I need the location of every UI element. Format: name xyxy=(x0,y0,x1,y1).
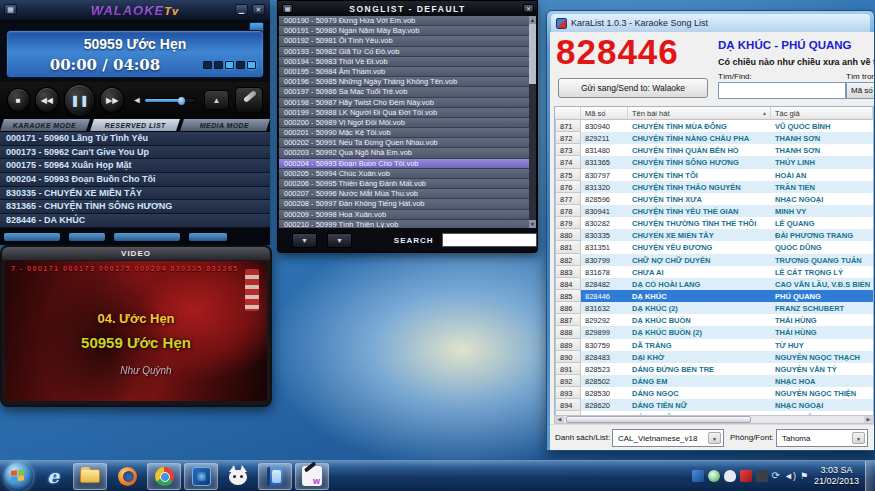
song-table-row[interactable]: 891 828523 DÁNG ĐỨNG BẾN TRE NGUYỄN VĂN … xyxy=(555,363,873,375)
songlist-scrollbar[interactable]: ▲ ▼ xyxy=(529,16,536,228)
player-titlebar[interactable]: WALAOKETv xyxy=(0,0,270,20)
search-input[interactable] xyxy=(442,233,537,247)
songlist-row[interactable]: 000190 - 50979 Đừng Hứa Với Em.vob xyxy=(279,16,529,26)
send-to-walaoke-button[interactable]: Gửi sang/Send to: Walaoke xyxy=(558,78,708,98)
player-footer-button[interactable] xyxy=(4,233,60,241)
songlist-titlebar[interactable]: SONGLIST - DEFAULT xyxy=(278,1,537,16)
taskbar-karaoke-app[interactable] xyxy=(184,463,218,490)
song-table-row[interactable]: 881 831351 CHUYỆN YÊU ĐƯƠNG QUỐC DŨNG xyxy=(555,241,873,253)
song-table-row[interactable]: 894 828620 DÁNG TIÊN NỮ NHẠC NGOẠI xyxy=(555,399,873,411)
song-table-row[interactable]: 872 829211 CHUYỆN TÌNH NÀNG CHÂU PHA THA… xyxy=(555,132,873,144)
reserved-song-row[interactable]: 830335 - CHUYẾN XE MIỀN TÂY xyxy=(0,187,270,201)
reserved-song-row[interactable]: 000175 - 50964 Xuân Họp Mặt xyxy=(0,159,270,173)
close-icon[interactable]: ✕ xyxy=(252,4,265,15)
column-rowno[interactable] xyxy=(555,107,581,119)
reserved-song-row[interactable]: 831365 - CHUYỆN TÌNH SÔNG HƯƠNG xyxy=(0,200,270,214)
scrollbar-thumb[interactable] xyxy=(529,24,536,84)
songlist-row[interactable]: 000205 - 50994 Chúc Xuân.vob xyxy=(279,169,529,179)
song-table-row[interactable]: 885 828446 DẠ KHÚC PHÚ QUANG xyxy=(555,290,873,302)
column-author[interactable]: Tác giả xyxy=(771,107,873,119)
song-table-row[interactable]: 889 830759 DÃ TRÀNG TỪ HUY xyxy=(555,339,873,351)
column-code[interactable]: Mã số xyxy=(581,107,628,119)
songlist-row[interactable]: 000197 - 50986 Sa Mạc Tuổi Trẻ.vob xyxy=(279,87,529,97)
player-mode-tab[interactable]: RESERVED LIST xyxy=(90,119,180,131)
songlist-row[interactable]: 000198 - 50987 Hãy Twist Cho Đêm Này.vob xyxy=(279,98,529,108)
pause-button[interactable]: ❚❚ xyxy=(64,84,95,117)
song-table-row[interactable]: 882 830799 CHỮ NỢ CHỮ DUYÊN TRƯƠNG QUANG… xyxy=(555,254,873,266)
player-footer-button[interactable] xyxy=(114,233,180,241)
forward-button[interactable]: ▶▶ xyxy=(100,87,124,113)
player-footer-button[interactable] xyxy=(69,233,105,241)
song-table-row[interactable]: 873 831480 CHUYỆN TÌNH QUÁN BÊN HỒ THANH… xyxy=(555,144,873,156)
tray-volume-icon[interactable]: ◄) xyxy=(784,470,796,482)
scroll-down-icon[interactable]: ▼ xyxy=(529,220,536,228)
taskbar-internet-explorer[interactable]: e xyxy=(36,463,70,490)
song-table-row[interactable]: 893 828530 DÁNG NGỌC NGUYỄN NGỌC THIỆN xyxy=(555,387,873,399)
songlist-menu-button[interactable]: ▦ xyxy=(282,4,293,13)
start-button[interactable] xyxy=(4,462,33,491)
find-in-dropdown[interactable]: Mã số xyxy=(846,82,875,99)
minimize-icon[interactable]: ▁ xyxy=(235,4,248,15)
taskbar-chrome[interactable] xyxy=(147,463,181,490)
songlist-row[interactable]: 000202 - 50991 Nếu Ta Đừng Quen Nhau.vob xyxy=(279,138,529,148)
font-dropdown[interactable]: Tahoma▼ xyxy=(776,429,868,447)
player-menu-button[interactable]: ▦ xyxy=(4,4,17,15)
songlist-row[interactable]: 000210 - 50999 Tình Thiên Lý.vob xyxy=(279,220,529,228)
taskbar-address-book[interactable] xyxy=(258,463,292,490)
song-table-row[interactable]: 871 830940 CHUYỆN TÌNH MÙA ĐÔNG VŨ QUỐC … xyxy=(555,120,873,132)
song-table-row[interactable]: 877 828596 CHUYỆN TÌNH XƯA NHẠC NGOẠI xyxy=(555,193,873,205)
player-mode-tab[interactable]: KARAOKE MODE xyxy=(0,119,90,131)
songlist-row[interactable]: 000192 - 50981 Ôi Tình Yêu.vob xyxy=(279,36,529,46)
song-table-row[interactable]: 884 828482 DẠ CỔ HOÀI LANG CAO VĂN LẦU, … xyxy=(555,278,873,290)
player-mode-tab[interactable]: MEDIA MODE xyxy=(180,119,270,131)
song-table-row[interactable]: 890 828483 DẠI KHỜ NGUYỄN NGỌC THẠCH xyxy=(555,351,873,363)
songlist-row[interactable]: 000201 - 50990 Mặc Kệ Tôi.vob xyxy=(279,128,529,138)
song-table-row[interactable]: 887 829292 DẠ KHÚC BUỒN THÁI HÙNG xyxy=(555,314,873,326)
songlist-row[interactable]: 000203 - 50992 Qua Ngõ Nhà Em.vob xyxy=(279,148,529,158)
songlist-row[interactable]: 000191 - 50980 Ngàn Năm Mây Bay.vob xyxy=(279,26,529,36)
songlist-row[interactable]: 000200 - 50989 Vị Ngọt Đôi Môi.vob xyxy=(279,118,529,128)
songlist-row[interactable]: 000199 - 50988 LK Người Đi Qua Đời Tôi.v… xyxy=(279,108,529,118)
songlist-row[interactable]: 000195 - 50984 Âm Thầm.vob xyxy=(279,67,529,77)
player-footer-button[interactable] xyxy=(189,233,227,241)
songlist-row[interactable]: 000204 - 50993 Đoạn Buồn Cho Tôi.vob xyxy=(279,159,529,169)
song-table-row[interactable]: 892 828502 DÁNG EM NHẠC HOA xyxy=(555,375,873,387)
tray-app-icon-2[interactable] xyxy=(724,470,736,482)
song-table-row[interactable]: 888 829899 DẠ KHÚC BUỒN (2) THÁI HÙNG xyxy=(555,326,873,338)
songlist-row[interactable]: 000209 - 50998 Hoa Xuân.vob xyxy=(279,210,529,220)
taskbar-clock[interactable]: 3:03 SA 21/02/2013 xyxy=(814,465,859,487)
songlist-row[interactable]: 000196 - 50985 Những Ngày Tháng Không Tê… xyxy=(279,77,529,87)
find-input[interactable] xyxy=(718,82,846,99)
reserved-song-row[interactable]: 000204 - 50993 Đoạn Buồn Cho Tôi xyxy=(0,173,270,187)
song-table-row[interactable]: 875 830797 CHUYỆN TÌNH TÔI HOÀI AN xyxy=(555,169,873,181)
reserved-song-row[interactable]: 000171 - 50960 Lãng Tử Tình Yêu xyxy=(0,132,270,146)
table-horizontal-scrollbar[interactable]: ◀ ▶ xyxy=(554,415,874,424)
reserved-song-row[interactable]: 828446 - DA KHÚC xyxy=(0,214,270,228)
song-table-row[interactable]: 876 831320 CHUYỆN TÌNH THẢO NGUYÊN TRẦN … xyxy=(555,181,873,193)
rewind-button[interactable]: ◀◀ xyxy=(35,87,59,113)
tray-alert-icon[interactable] xyxy=(740,470,752,482)
microphone-button[interactable] xyxy=(235,87,263,113)
song-table-row[interactable]: 874 831365 CHUYỆN TÌNH SÔNG HƯƠNG THÚY L… xyxy=(555,156,873,168)
stop-button[interactable]: ■ xyxy=(7,88,30,112)
songlist-next-page-button[interactable]: ▼ xyxy=(327,233,352,248)
taskbar-firefox[interactable] xyxy=(110,463,144,490)
taskbar-walaoke[interactable]: w xyxy=(295,463,329,490)
songlist-row[interactable]: 000206 - 50995 Thiên Đàng Đánh Mất.vob xyxy=(279,179,529,189)
song-table-row[interactable]: 879 830282 CHUYỆN THƯỜNG TÌNH THẾ THÔI L… xyxy=(555,217,873,229)
tray-app-icon-3[interactable] xyxy=(756,470,768,482)
song-table-row[interactable]: 880 830335 CHUYẾN XE MIỀN TÂY ĐÀI PHƯƠNG… xyxy=(555,229,873,241)
song-table-row[interactable]: 878 830941 CHUYỆN TÌNH YÊU THẾ GIAN MINH… xyxy=(555,205,873,217)
scroll-up-icon[interactable]: ▲ xyxy=(529,16,536,24)
column-title[interactable]: Tên bài hát▲ xyxy=(628,107,771,119)
show-desktop-button[interactable] xyxy=(865,461,875,491)
eject-button[interactable]: ▲ xyxy=(204,90,228,110)
video-titlebar[interactable]: VIDEO xyxy=(2,247,270,260)
volume-slider[interactable] xyxy=(144,98,196,103)
karalist-titlebar[interactable]: KaraList 1.0.3 - Karaoke Song List xyxy=(551,14,870,32)
songlist-row[interactable]: 000194 - 50983 Thôi Về Đi.vob xyxy=(279,57,529,67)
tray-antivirus-icon[interactable] xyxy=(708,470,720,482)
taskbar-windows-explorer[interactable] xyxy=(73,463,107,490)
reserved-song-row[interactable]: 000173 - 50962 Can't Give You Up xyxy=(0,146,270,160)
tray-action-center-flag-icon[interactable]: ⚑ xyxy=(800,470,808,482)
